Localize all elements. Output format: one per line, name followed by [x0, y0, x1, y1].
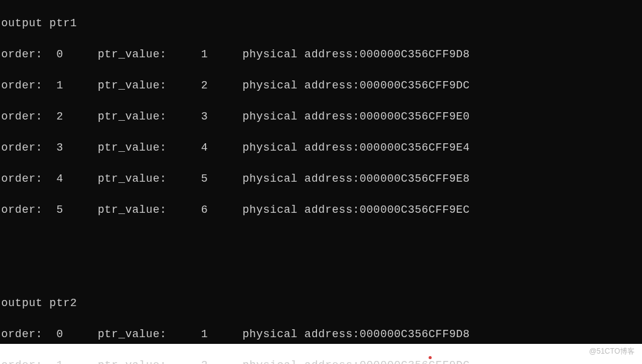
- ptr1-row: order: 3 ptr_value: 4 physical address:0…: [1, 140, 641, 156]
- cursor-dot-icon: [429, 356, 432, 359]
- terminal-output: output ptr1 order: 0 ptr_value: 1 physic…: [0, 0, 642, 344]
- ptr1-row: order: 4 ptr_value: 5 physical address:0…: [1, 171, 641, 187]
- ptr1-header: output ptr1: [1, 16, 641, 32]
- blank-line: [1, 265, 641, 280]
- blank-line: [1, 234, 641, 249]
- ptr2-header: output ptr2: [1, 296, 641, 312]
- ptr1-row: order: 0 ptr_value: 1 physical address:0…: [1, 47, 641, 63]
- ptr2-row: order: 0 ptr_value: 1 physical address:0…: [1, 327, 641, 343]
- watermark-label: @51CTO博客: [589, 346, 635, 357]
- ptr1-row: order: 2 ptr_value: 3 physical address:0…: [1, 109, 641, 125]
- ptr1-row: order: 5 ptr_value: 6 physical address:0…: [1, 202, 641, 218]
- ptr1-row: order: 1 ptr_value: 2 physical address:0…: [1, 78, 641, 94]
- ptr2-row: order: 1 ptr_value: 2 physical address:0…: [1, 358, 641, 365]
